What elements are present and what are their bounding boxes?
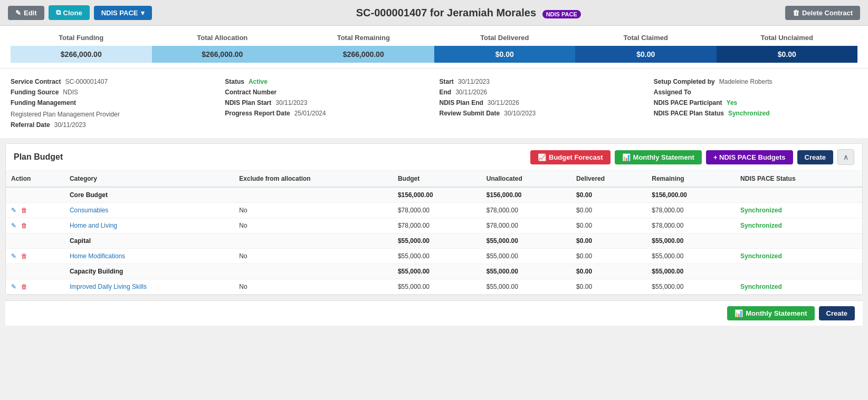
delete-row-icon[interactable]: 🗑 <box>21 283 27 290</box>
edit-icon: ✎ <box>15 9 21 17</box>
edit-row-icon[interactable]: ✎ <box>11 222 16 229</box>
total-claimed-header: Total Claimed <box>575 34 717 42</box>
ndis-pace-budgets-button[interactable]: + NDIS PACE Budgets <box>706 150 793 164</box>
table-header-row: Action Category Exclude from allocation … <box>6 171 862 187</box>
item-status-cell: Synchronized <box>735 218 862 233</box>
edit-button[interactable]: ✎ Edit <box>8 6 44 20</box>
table-row: ✎ 🗑 Home Modifications No $55,000.00 $55… <box>6 249 862 264</box>
ndis-pace-participant-row: NDIS PACE Participant Yes <box>654 97 857 108</box>
delete-row-icon[interactable]: 🗑 <box>21 207 27 214</box>
item-action-cell: ✎ 🗑 <box>6 203 64 218</box>
category-action-cell <box>6 233 64 249</box>
item-delivered-cell: $0.00 <box>571 249 646 264</box>
item-status-cell: Synchronized <box>735 249 862 264</box>
total-allocation-value: $266,000.00 <box>152 46 293 63</box>
summary-values: $266,000.00 $266,000.00 $266,000.00 $0.0… <box>11 46 857 63</box>
ndis-pace-badge: NDIS PACE <box>542 10 581 18</box>
bottom-monthly-statement-button[interactable]: 📊 Monthly Statement <box>727 306 814 320</box>
col-category: Category <box>64 171 234 187</box>
end-row: End 30/11/2026 <box>440 87 643 97</box>
collapse-button[interactable]: ∧ <box>837 149 854 165</box>
ndis-plan-end-value: 30/11/2026 <box>488 99 519 106</box>
total-remaining-value: $266,000.00 <box>293 46 434 63</box>
category-exclude-cell <box>234 233 393 249</box>
item-status-cell: Synchronized <box>735 203 862 218</box>
item-delivered-cell: $0.00 <box>571 203 646 218</box>
create-button[interactable]: Create <box>797 150 833 164</box>
item-exclude-cell: No <box>234 203 393 218</box>
item-category-cell: Home Modifications <box>64 249 234 264</box>
info-col-1: Service Contract SC-000001407 Funding So… <box>11 76 214 130</box>
item-unallocated-cell: $55,000.00 <box>481 279 571 295</box>
ndis-plan-start-value: 30/11/2023 <box>275 99 307 106</box>
total-remaining-header: Total Remaining <box>293 34 434 42</box>
total-claimed-value: $0.00 <box>575 46 717 63</box>
bottom-create-button[interactable]: Create <box>819 306 855 320</box>
ndis-plan-start-label: NDIS Plan Start <box>225 99 271 106</box>
delete-row-icon[interactable]: 🗑 <box>21 252 27 260</box>
plan-budget-actions: 📈 Budget Forecast 📊 Monthly Statement + … <box>530 149 854 165</box>
info-grid: Service Contract SC-000001407 Funding So… <box>11 76 857 130</box>
monthly-statement-button[interactable]: 📊 Monthly Statement <box>615 150 702 164</box>
category-delivered-cell: $0.00 <box>571 233 646 249</box>
item-budget-cell: $55,000.00 <box>393 279 481 295</box>
top-bar-center: SC-000001407 for Jeramiah Morales NDIS P… <box>152 7 785 19</box>
total-funding-value: $266,000.00 <box>11 46 152 63</box>
category-status-cell <box>735 233 862 249</box>
category-status-cell <box>735 264 862 279</box>
item-remaining-cell: $78,000.00 <box>646 203 735 218</box>
item-unallocated-cell: $78,000.00 <box>481 203 571 218</box>
dropdown-icon: ▾ <box>141 9 145 17</box>
edit-row-icon[interactable]: ✎ <box>11 252 16 260</box>
referral-date-row: Referral Date 30/11/2023 <box>11 120 214 130</box>
table-category-row: Capital $55,000.00 $55,000.00 $0.00 $55,… <box>6 233 862 249</box>
clone-icon: ⧉ <box>56 8 61 17</box>
total-funding-header: Total Funding <box>11 34 152 42</box>
summary-section: Total Funding Total Allocation Total Rem… <box>0 26 868 68</box>
service-contract-value: SC-000001407 <box>65 78 108 85</box>
table-category-row: Core Budget $156,000.00 $156,000.00 $0.0… <box>6 187 862 203</box>
contract-number-label: Contract Number <box>225 89 276 96</box>
table-row: ✎ 🗑 Consumables No $78,000.00 $78,000.00… <box>6 203 862 218</box>
item-budget-cell: $78,000.00 <box>393 203 481 218</box>
category-remaining-cell: $55,000.00 <box>646 264 735 279</box>
summary-headers: Total Funding Total Allocation Total Rem… <box>11 34 857 42</box>
top-bar-left: ✎ Edit ⧉ Clone NDIS PACE ▾ <box>8 5 152 20</box>
referral-date-value: 30/11/2023 <box>54 121 86 129</box>
category-name-cell: Capacity Building <box>64 264 234 279</box>
edit-row-icon[interactable]: ✎ <box>11 283 16 290</box>
category-name-cell: Core Budget <box>64 187 234 203</box>
edit-row-icon[interactable]: ✎ <box>11 207 16 214</box>
plan-budget-table: Action Category Exclude from allocation … <box>6 171 862 295</box>
progress-report-value: 25/01/2024 <box>294 110 326 117</box>
item-delivered-cell: $0.00 <box>571 218 646 233</box>
item-category-cell: Consumables <box>64 203 234 218</box>
bottom-bar-chart-icon: 📊 <box>735 309 743 317</box>
funding-source-row: Funding Source NDIS <box>11 87 214 97</box>
category-delivered-cell: $0.00 <box>571 264 646 279</box>
total-unclaimed-header: Total Unclaimed <box>717 34 858 42</box>
chevron-up-icon: ∧ <box>843 153 848 161</box>
info-col-3: Start 30/11/2023 End 30/11/2026 NDIS Pla… <box>440 76 643 130</box>
status-label: Status <box>225 78 244 85</box>
setup-completed-value: Madeleine Roberts <box>719 78 772 85</box>
col-action: Action <box>6 171 64 187</box>
delete-contract-button[interactable]: 🗑 Delete Contract <box>785 6 860 20</box>
delete-row-icon[interactable]: 🗑 <box>21 222 27 229</box>
item-remaining-cell: $78,000.00 <box>646 218 735 233</box>
info-section: Service Contract SC-000001407 Funding So… <box>0 68 868 138</box>
category-unallocated-cell: $55,000.00 <box>481 264 571 279</box>
total-allocation-header: Total Allocation <box>152 34 293 42</box>
category-action-cell <box>6 264 64 279</box>
total-delivered-header: Total Delivered <box>434 34 576 42</box>
ndis-plan-end-row: NDIS Plan End 30/11/2026 <box>440 97 643 108</box>
clone-button[interactable]: ⧉ Clone <box>49 5 90 20</box>
item-unallocated-cell: $55,000.00 <box>481 249 571 264</box>
budget-forecast-button[interactable]: 📈 Budget Forecast <box>530 150 611 164</box>
item-exclude-cell: No <box>234 249 393 264</box>
plan-budget-title: Plan Budget <box>14 152 63 162</box>
info-col-4: Setup Completed by Madeleine Roberts Ass… <box>654 76 857 130</box>
ndis-pace-button[interactable]: NDIS PACE ▾ <box>94 6 152 20</box>
end-label: End <box>440 89 452 96</box>
total-unclaimed-value: $0.00 <box>717 46 858 63</box>
